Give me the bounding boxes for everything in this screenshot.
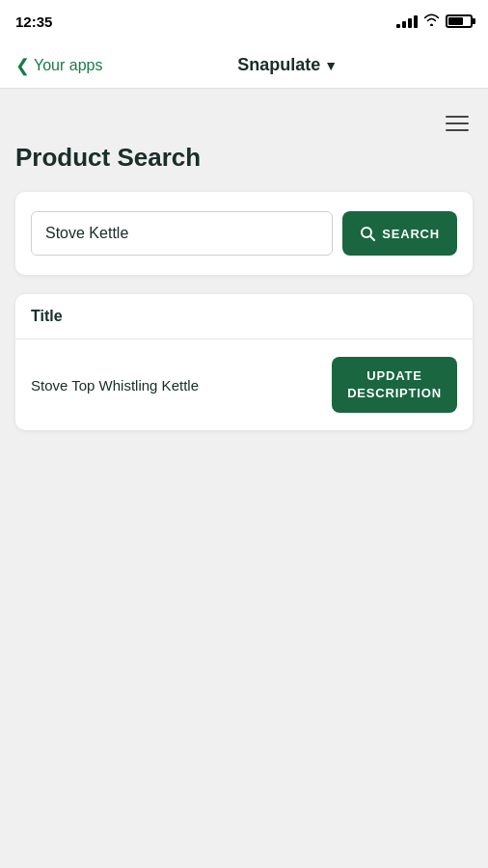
nav-title-area: Snapulate ▼ bbox=[102, 55, 473, 75]
back-label: Your apps bbox=[34, 57, 102, 74]
search-card: SEARCH bbox=[15, 192, 473, 275]
back-chevron-icon: ❮ bbox=[15, 55, 30, 76]
search-row: SEARCH bbox=[31, 211, 457, 256]
status-icons bbox=[396, 13, 473, 30]
nav-bar: ❮ Your apps Snapulate ▼ bbox=[0, 42, 488, 89]
hamburger-line-2 bbox=[446, 122, 469, 124]
status-bar: 12:35 bbox=[0, 0, 488, 42]
hamburger-line-3 bbox=[446, 129, 469, 131]
hamburger-line-1 bbox=[446, 116, 469, 118]
search-input[interactable] bbox=[31, 211, 333, 256]
menu-row bbox=[15, 112, 473, 135]
app-name-dropdown-icon[interactable]: ▼ bbox=[324, 58, 338, 73]
app-name: Snapulate bbox=[237, 55, 320, 75]
search-button-icon bbox=[360, 226, 375, 241]
main-content: Product Search SEARCH Title Stove Top Wh… bbox=[0, 89, 488, 446]
table-row: Stove Top Whistling Kettle UPDATEDESCRIP… bbox=[15, 339, 473, 430]
hamburger-menu-button[interactable] bbox=[442, 112, 473, 135]
result-product-title: Stove Top Whistling Kettle bbox=[31, 375, 320, 395]
results-column-title: Title bbox=[15, 294, 473, 339]
search-button[interactable]: SEARCH bbox=[342, 211, 457, 256]
results-card: Title Stove Top Whistling Kettle UPDATED… bbox=[15, 294, 473, 430]
battery-icon bbox=[446, 14, 473, 28]
signal-icon bbox=[396, 15, 418, 28]
page-title: Product Search bbox=[15, 143, 473, 173]
svg-line-1 bbox=[370, 236, 374, 240]
status-time: 12:35 bbox=[15, 14, 52, 30]
update-description-button[interactable]: UPDATEDESCRIPTION bbox=[332, 357, 457, 413]
wifi-icon bbox=[423, 13, 440, 30]
back-button[interactable]: ❮ Your apps bbox=[15, 55, 102, 76]
search-button-label: SEARCH bbox=[382, 227, 440, 241]
